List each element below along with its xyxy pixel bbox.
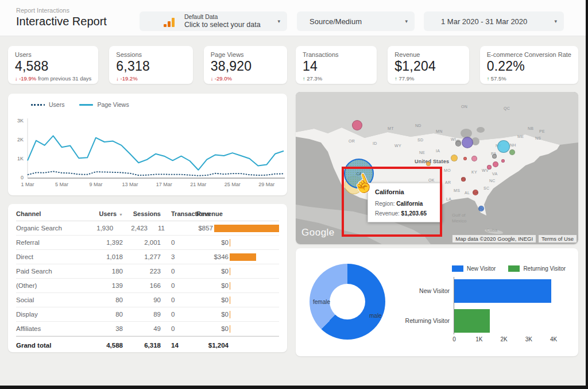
page-title: Interactive Report [16, 15, 107, 28]
svg-text:1 Mar: 1 Mar [21, 182, 34, 187]
table-grand-total-row[interactable]: Grand total4,5886,31814$1,204 [16, 336, 279, 353]
timeseries-card: UsersPage Views 01K2K3K1 Mar5 Mar9 Mar13… [8, 94, 287, 195]
cell-transactions: 3 [161, 253, 196, 260]
date-range-picker[interactable]: 1 Mar 2020 - 31 Mar 2020 ▾ [424, 11, 564, 31]
cell-users: 38 [91, 325, 123, 332]
column-header-channel[interactable]: Channel [16, 210, 91, 217]
map-bubble[interactable] [493, 161, 498, 167]
map-region-label-qc: QC [504, 106, 510, 110]
map-bubble[interactable] [487, 165, 492, 170]
window-frame-bottom [0, 386, 588, 389]
scorecard-value: 0.22% [487, 59, 571, 74]
map-bubble[interactable]: TN [461, 177, 466, 182]
svg-text:2K: 2K [17, 137, 24, 142]
chevron-down-icon: ▾ [277, 18, 280, 24]
sort-desc-icon: ▼ [119, 213, 123, 217]
scorecard-delta: ↑ 57.5% [487, 75, 571, 82]
legend-label: Returning Visitor [523, 265, 566, 272]
map-bubble[interactable] [426, 161, 431, 166]
bar-axis-tick: 3K [525, 336, 532, 342]
table-row[interactable]: Social80900$0 [16, 293, 279, 307]
revenue-value: $1,204 [196, 342, 229, 349]
table-row[interactable]: Direct1,0181,2773$346 [16, 250, 279, 264]
scorecard-revenue[interactable]: Revenue$1,204↑ 77.9% [388, 46, 469, 84]
data-source-subtitle: Click to select your data [184, 21, 261, 30]
donut-label-female: female [313, 299, 330, 305]
cell-revenue: $1,204 [196, 342, 279, 349]
revenue-value: $0 [196, 239, 229, 246]
scorecard-sessions[interactable]: Sessions6,318↓ -19.2% [109, 46, 192, 84]
column-header-revenue[interactable]: Revenue [196, 210, 279, 217]
map-bubble[interactable]: FL [478, 206, 484, 211]
map-bubble[interactable] [462, 137, 473, 148]
revenue-bar [230, 268, 230, 275]
map-region-label-sc: SC [483, 186, 489, 190]
cell-channel: (Other) [16, 282, 91, 289]
date-range-label: 1 Mar 2020 - 31 Mar 2020 [441, 17, 527, 26]
cell-revenue: $857 [181, 225, 279, 232]
scorecard-page-views[interactable]: Page Views38,920↓ -29.0% [204, 46, 287, 84]
cell-channel: Paid Search [16, 268, 91, 275]
legend-item-new-visitor[interactable]: New Visitor [452, 265, 496, 272]
table-row[interactable]: Organic Search1,9302,42311$857 [16, 221, 279, 236]
legend-item-page-views[interactable]: Page Views [79, 101, 129, 108]
cell-channel: Referral [16, 239, 91, 246]
column-header-transactions[interactable]: Transactions [161, 210, 196, 217]
map-bubble[interactable]: GA [473, 190, 478, 195]
legend-item-returning-visitor[interactable]: Returning Visitor [508, 265, 566, 272]
map-region-label-mt: MT [388, 126, 394, 130]
table-row[interactable]: Display80890$0 [16, 307, 279, 322]
report-header: Report Interactions Interactive Report D… [0, 0, 588, 36]
cell-revenue: $0 [196, 268, 279, 275]
geo-map-card: ONQCMTNDMNSDWYIDORNEIAWINBPEMENSNHNYPAMO… [296, 92, 578, 244]
legend-item-users[interactable]: Users [31, 101, 64, 108]
column-header-sessions[interactable]: Sessions [123, 210, 161, 217]
map-bubble[interactable] [451, 155, 458, 161]
scorecard-value: 6,318 [116, 59, 185, 74]
map-bubble[interactable] [509, 149, 515, 155]
cell-sessions: 90 [123, 296, 161, 303]
map-cuba-label: Cuba [486, 228, 497, 233]
cell-users: 4,588 [91, 342, 123, 349]
table-row[interactable]: (Other)1391660$0 [16, 279, 279, 293]
cell-channel: Affiliates [16, 325, 91, 332]
cell-sessions: 2,423 [113, 225, 148, 232]
cell-sessions: 1,277 [123, 253, 161, 260]
scorecard-transactions[interactable]: Transactions14↑ 27.3% [296, 46, 377, 84]
map-region-label-or: OR [349, 139, 355, 143]
terms-of-use-link[interactable]: Terms of Use [539, 235, 577, 242]
column-header-users[interactable]: Users▼ [91, 210, 123, 217]
timeseries-chart[interactable]: 01K2K3K1 Mar5 Mar9 Mar13 Mar17 Mar21 Mar… [8, 94, 287, 195]
data-source-selector[interactable]: Default Data Click to select your data ▾ [140, 11, 287, 31]
revenue-bar [214, 225, 279, 232]
scorecard-delta: ↓ -19.2% [116, 75, 185, 82]
bar-new-visitor[interactable] [454, 279, 551, 303]
table-row[interactable]: Affiliates38490$0 [16, 322, 279, 336]
tooltip-revenue-row: Revenue: $1,203.65 [375, 210, 435, 217]
scorecard-users[interactable]: Users4,588↓ -19.9% from previous 31 days [8, 46, 98, 84]
map-region-label-me: ME [517, 134, 524, 138]
map-region-label-id: ID [373, 141, 377, 145]
bar-category-label: New Visitor [382, 287, 450, 294]
bar-axis-tick: 4K [550, 336, 557, 342]
dimension-filter-dropdown[interactable]: Source/Medium ▾ [297, 11, 415, 31]
scorecard-delta-suffix: from previous 31 days [36, 75, 91, 82]
table-row[interactable]: Referral1,3922,0010$0 [16, 236, 279, 250]
cell-revenue: $0 [196, 311, 279, 318]
svg-text:1K: 1K [17, 156, 24, 161]
map-bubble[interactable] [455, 141, 461, 147]
map-bubble[interactable] [501, 159, 505, 163]
map-bubble[interactable] [352, 120, 362, 130]
revenue-bar [230, 311, 230, 318]
map-bubble[interactable] [492, 154, 497, 159]
map-bubble[interactable] [471, 156, 477, 161]
map-region-label-ns: NS [535, 136, 541, 140]
scorecard-e-commerce-conversion-rate[interactable]: E-commerce Conversion Rate0.22%↑ 57.5% [480, 46, 578, 84]
table-row[interactable]: Paid Search1802230$0 [16, 264, 279, 279]
map-bubble[interactable] [463, 157, 467, 160]
scorecard-delta: ↑ 77.9% [394, 75, 462, 82]
map-bubble[interactable] [497, 140, 510, 153]
bar-returning-visitor[interactable] [454, 309, 490, 333]
map-region-label-nd: ND [415, 124, 421, 128]
legend-swatch [452, 265, 463, 272]
